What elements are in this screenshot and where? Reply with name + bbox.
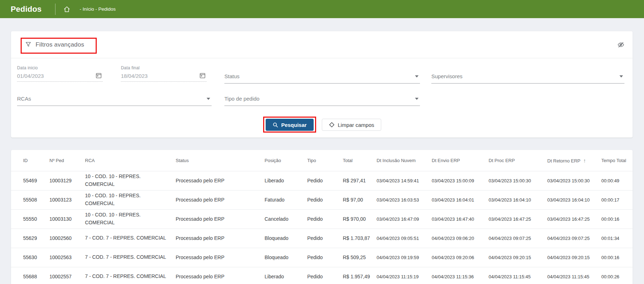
- cell-tempo-total: 00:00:26: [601, 267, 633, 284]
- date-end-label: Data final: [121, 65, 207, 70]
- cell-dt-inclusao-nuvem: 04/04/2023 09:19:59: [377, 248, 432, 267]
- cell-tipo: Pedido: [307, 248, 343, 267]
- cell-rca: 10 - COD. 10 - REPRES. COMERCIAL: [85, 190, 176, 209]
- cell-id: 55550: [11, 209, 49, 229]
- orders-table: ID Nº Ped RCA Status Posição Tipo Total …: [11, 150, 633, 284]
- supervisores-select[interactable]: Supervisores: [431, 73, 624, 84]
- cell-tempo-total: 00:00:16: [601, 248, 633, 267]
- col-header-posicao[interactable]: Posição: [265, 150, 307, 171]
- table-row[interactable]: 55629100025607 - COD. 7 - REPRES. COMERC…: [11, 229, 633, 248]
- col-header-n-ped[interactable]: Nº Ped: [49, 150, 85, 171]
- rcas-select[interactable]: RCAs: [17, 96, 212, 106]
- breadcrumb: - Início - Pedidos: [80, 6, 116, 12]
- cell-n-ped: 10002557: [49, 267, 85, 284]
- cell-dt-retorno-erp: 04/04/2023 09:07:25: [547, 229, 601, 248]
- cell-id: 55508: [11, 190, 49, 209]
- col-header-status[interactable]: Status: [176, 150, 265, 171]
- cell-tipo: Pedido: [307, 267, 343, 284]
- date-start-field[interactable]: Data inicio 01/04/2023: [17, 65, 103, 82]
- cell-dt-proc-erp: 04/04/2023 11:15:45: [489, 267, 547, 284]
- search-button-label: Pesquisar: [281, 122, 307, 128]
- cell-dt-envio-erp: 03/04/2023 16:04:01: [432, 190, 489, 209]
- col-header-dt-retorno-erp[interactable]: Dt Retorno ERP↑: [547, 150, 601, 171]
- calendar-icon[interactable]: [199, 72, 206, 79]
- cell-rca: 7 - COD. 7 - REPRES. COMERCIAL: [85, 229, 176, 248]
- col-header-dt-inclusao-nuvem[interactable]: Dt Inclusão Nuvem: [377, 150, 432, 171]
- cell-tipo: Pedido: [307, 209, 343, 229]
- cell-dt-retorno-erp: 03/04/2023 16:04:10: [547, 190, 601, 209]
- cell-dt-retorno-erp: 04/04/2023 11:15:45: [547, 267, 601, 284]
- cell-n-ped: 10002563: [49, 248, 85, 267]
- table-header-row: ID Nº Ped RCA Status Posição Tipo Total …: [11, 150, 633, 171]
- col-header-tipo[interactable]: Tipo: [307, 150, 343, 171]
- cell-dt-proc-erp: 04/04/2023 09:07:25: [489, 229, 547, 248]
- cell-tipo: Pedido: [307, 171, 343, 190]
- cell-status: Processado pelo ERP: [176, 190, 265, 209]
- cell-id: 55630: [11, 248, 49, 267]
- clear-fields-button-label: Limpar campos: [338, 122, 374, 128]
- col-header-tempo-total[interactable]: Tempo Total: [601, 150, 633, 171]
- cell-dt-inclusao-nuvem: 03/04/2023 16:47:09: [377, 209, 432, 229]
- cell-dt-proc-erp: 03/04/2023 15:00:30: [489, 171, 547, 190]
- cell-dt-retorno-erp: 04/04/2023 09:20:15: [547, 248, 601, 267]
- cell-posicao: Faturado: [265, 190, 307, 209]
- rcas-select-label: RCAs: [17, 96, 31, 102]
- cell-dt-proc-erp: 03/04/2023 16:47:25: [489, 209, 547, 229]
- cell-dt-proc-erp: 03/04/2023 16:04:10: [489, 190, 547, 209]
- cell-n-ped: 10003130: [49, 209, 85, 229]
- clear-fields-button[interactable]: Limpar campos: [322, 119, 381, 131]
- date-start-value: 01/04/2023: [17, 73, 44, 79]
- home-icon[interactable]: [63, 6, 70, 13]
- chevron-down-icon: [619, 75, 623, 77]
- page-title: Pedidos: [11, 5, 42, 14]
- col-header-dt-proc-erp[interactable]: Dt Proc ERP: [489, 150, 547, 171]
- cell-dt-inclusao-nuvem: 04/04/2023 09:05:51: [377, 229, 432, 248]
- status-select[interactable]: Status: [224, 73, 420, 84]
- cell-posicao: Liberado: [265, 267, 307, 284]
- filters-title: Filtros avançados: [36, 41, 84, 48]
- cell-n-ped: 10003129: [49, 171, 85, 190]
- table-row[interactable]: 554691000312910 - COD. 10 - REPRES. COME…: [11, 171, 633, 190]
- cell-rca: 10 - COD. 10 - REPRES. COMERCIAL: [85, 171, 176, 190]
- col-header-rca[interactable]: RCA: [85, 150, 176, 171]
- filters-title-wrap[interactable]: Filtros avançados: [25, 41, 84, 48]
- cell-posicao: Bloqueado: [265, 229, 307, 248]
- supervisores-select-label: Supervisores: [431, 73, 463, 79]
- cell-id: 55688: [11, 267, 49, 284]
- chevron-down-icon: [415, 98, 419, 100]
- table-row[interactable]: 55630100025637 - COD. 7 - REPRES. COMERC…: [11, 248, 633, 267]
- cell-dt-retorno-erp: 03/04/2023 16:47:25: [547, 209, 601, 229]
- cell-n-ped: 10003123: [49, 190, 85, 209]
- orders-table-body: 554691000312910 - COD. 10 - REPRES. COME…: [11, 171, 633, 284]
- sort-ascending-icon: ↑: [583, 157, 586, 164]
- date-end-field[interactable]: Data final 18/04/2023: [121, 65, 207, 82]
- col-header-total[interactable]: Total: [343, 150, 377, 171]
- col-header-dt-envio-erp[interactable]: Dt Envio ERP: [432, 150, 489, 171]
- tipo-pedido-select-label: Tipo de pedido: [224, 96, 260, 102]
- cell-posicao: Liberado: [265, 171, 307, 190]
- table-row[interactable]: 555501000313010 - COD. 10 - REPRES. COME…: [11, 209, 633, 229]
- cell-dt-inclusao-nuvem: 04/04/2023 11:15:19: [377, 267, 432, 284]
- visibility-off-icon[interactable]: [617, 41, 625, 49]
- cell-total: R$ 970,00: [343, 209, 377, 229]
- cell-rca: 10 - COD. 10 - REPRES. COMERCIAL: [85, 209, 176, 229]
- cell-total: R$ 1.703,87: [343, 229, 377, 248]
- top-bar: Pedidos - Início - Pedidos: [0, 0, 644, 18]
- table-row[interactable]: 555081000312310 - COD. 10 - REPRES. COME…: [11, 190, 633, 209]
- header-divider: [55, 4, 55, 15]
- cell-tipo: Pedido: [307, 190, 343, 209]
- tipo-pedido-select[interactable]: Tipo de pedido: [224, 96, 420, 106]
- cell-posicao: Cancelado: [265, 209, 307, 229]
- cell-dt-envio-erp: 03/04/2023 15:00:09: [432, 171, 489, 190]
- cell-tipo: Pedido: [307, 229, 343, 248]
- cell-total: R$ 509,25: [343, 248, 377, 267]
- col-header-id[interactable]: ID: [11, 150, 49, 171]
- calendar-icon[interactable]: [95, 72, 102, 79]
- cell-status: Processado pelo ERP: [176, 248, 265, 267]
- search-button[interactable]: Pesquisar: [266, 119, 314, 131]
- cell-n-ped: 10002560: [49, 229, 85, 248]
- cell-tempo-total: 00:01:34: [601, 229, 633, 248]
- date-start-label: Data inicio: [17, 65, 103, 70]
- table-row[interactable]: 55688100025577 - COD. 7 - REPRES. COMERC…: [11, 267, 633, 284]
- cell-dt-envio-erp: 03/04/2023 16:47:40: [432, 209, 489, 229]
